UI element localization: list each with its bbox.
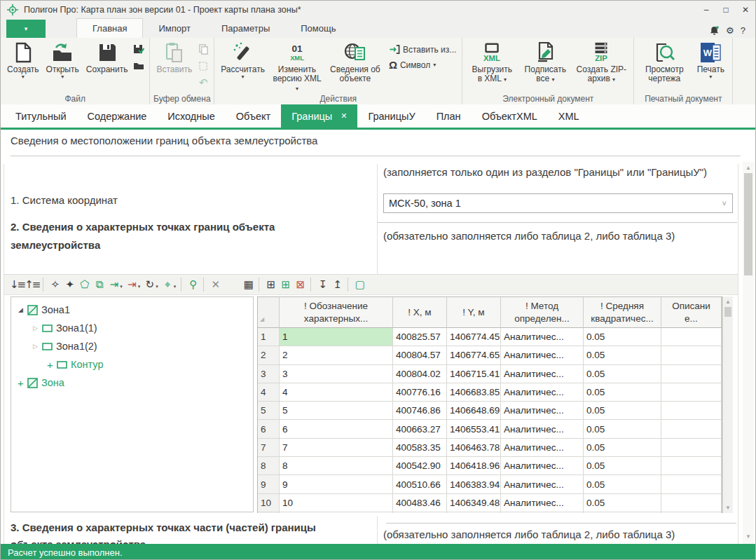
cell[interactable]: 400663.27 [393,420,447,438]
open-button[interactable]: Открыть▾ [43,40,83,81]
tree-add-icon[interactable]: + [45,359,55,371]
row-number-cell[interactable]: 8 [258,457,280,475]
doc-tab-7[interactable]: План [426,104,472,128]
cell[interactable] [661,383,722,402]
cell[interactable]: 7 [280,439,393,457]
coordinate-system-select[interactable]: МСК-50, зона 1 ˅ [383,193,733,213]
undo-button[interactable]: ↶ [197,76,209,89]
add-row-icon[interactable]: ⊞ [263,276,277,293]
cell[interactable]: 1406553.41 [447,420,501,438]
tree-item-1[interactable]: ◢Зона1 [11,301,253,319]
tree-expanded-icon[interactable]: ◢ [15,306,26,313]
cell[interactable]: 1406774.45 [447,328,501,346]
doc-tab-8[interactable]: ОбъектXML [472,104,548,128]
copy-contour-icon[interactable]: ⧉ [91,276,106,293]
cell[interactable]: Аналитичес... [501,402,584,420]
cell[interactable]: 10 [280,494,393,512]
cell[interactable]: Аналитичес... [501,328,584,346]
export-xml-button[interactable]: XML Выгрузить в XML ▾ [465,40,518,86]
cell[interactable]: 1406418.96 [447,457,501,475]
column-header-4[interactable]: ! Методопределен... [501,297,584,328]
preview-icon[interactable]: ⚲ [185,276,200,293]
close-button[interactable]: ✕ [736,2,755,18]
symbol-button[interactable]: Ω Символ ▾ [389,59,456,71]
cell[interactable]: 4 [280,383,393,402]
table-mode-icon[interactable]: ▦ [240,276,255,293]
cell[interactable]: 1406383.94 [447,475,501,493]
cell[interactable] [661,346,722,364]
polygon-icon[interactable]: ⬠ [76,276,91,293]
copy-button[interactable] [197,43,209,55]
tree-add-icon[interactable]: + [15,377,26,389]
cell[interactable]: 1406774.65 [447,346,501,364]
cell[interactable]: 2 [280,346,393,364]
cell[interactable]: 5 [280,402,393,420]
cell[interactable]: 400510.66 [393,475,447,493]
doc-tab-9[interactable]: XML [548,104,590,128]
doc-tab-1[interactable]: Титульный [5,104,77,128]
row-number-cell[interactable]: 2 [258,346,280,364]
paste-special-button[interactable] [197,60,209,72]
minimize-button[interactable]: – [696,2,716,18]
dropdown-arrow-icon[interactable]: ▾ [174,284,177,289]
cell[interactable]: Аналитичес... [501,420,584,438]
doc-tab-4[interactable]: Объект [226,104,281,128]
cell[interactable]: 400746.86 [393,402,447,420]
cell[interactable]: 0.05 [584,494,661,512]
scroll-down-icon[interactable]: ▼ [723,505,733,511]
column-header-6[interactable]: Описание... [661,297,722,328]
cell[interactable] [661,328,722,346]
cell[interactable]: Аналитичес... [501,494,584,512]
cell[interactable]: 400483.46 [393,494,447,512]
calculate-button[interactable]: Рассчитать▾ [217,40,268,81]
cell[interactable] [661,420,722,438]
drawing-preview-button[interactable]: Просмотр чертежа [637,40,692,85]
row-number-cell[interactable]: 3 [258,365,280,383]
page-scrollbar[interactable]: ▲ ▼ [743,162,754,544]
column-header-5[interactable]: ! Средняяквадратичес... [584,297,661,328]
renumber-forward-icon[interactable]: ↓≡ [10,276,25,293]
row-number-cell[interactable]: 7 [258,439,280,457]
save-copy-button[interactable] [132,60,145,72]
delete-row-icon[interactable]: ⊠ [292,276,307,293]
cell[interactable]: 400776.16 [393,383,447,402]
scroll-down-icon[interactable]: ▼ [743,533,754,540]
dropdown-arrow-icon[interactable]: ▾ [138,284,141,289]
cell[interactable] [661,457,722,475]
cell[interactable] [661,439,722,457]
tree-item-5[interactable]: +Зона [11,374,253,392]
print-button[interactable]: W Печать▾ [692,40,729,81]
table-scrollbar[interactable]: ▲ ▼ [722,296,733,513]
cell[interactable]: Аналитичес... [501,346,584,364]
cell[interactable]: 0.05 [584,346,661,364]
import-coordinates-icon[interactable]: ⇥ [106,276,121,293]
doc-tab-3[interactable]: Исходные [157,104,225,128]
settings-gear-icon[interactable]: ⚙ [726,25,734,36]
calc-coordinates-icon[interactable]: ✧ [47,276,62,293]
rotate-contour-icon[interactable]: ↻ [142,276,156,293]
cell[interactable]: 1406683.85 [447,383,501,402]
renumber-reverse-icon[interactable]: ↑≡ [25,276,39,293]
cell[interactable]: 0.05 [584,383,661,402]
tree-item-2[interactable]: ▷Зона1(1) [11,319,253,337]
cell[interactable]: 400825.57 [393,328,447,346]
change-xml-version-button[interactable]: 01 XML Изменить версию XML ▾ [268,40,326,95]
cell[interactable]: 9 [280,475,393,493]
cell[interactable]: Аналитичес... [501,383,584,402]
doc-tab-6[interactable]: ГраницыУ [357,104,425,128]
row-number-cell[interactable]: 9 [258,475,280,493]
cell[interactable]: 400804.02 [393,365,447,383]
maximize-button[interactable]: □ [716,2,736,18]
cell[interactable]: 400583.35 [393,439,447,457]
dropdown-arrow-icon[interactable]: ▾ [120,284,123,289]
save-as-button[interactable] [132,43,145,55]
tree-collapsed-icon[interactable]: ▷ [30,325,41,332]
cell[interactable]: 1406349.48 [447,494,501,512]
close-tab-icon[interactable]: ✕ [341,111,347,121]
sign-all-button[interactable]: Подписать все ▾ [518,40,572,86]
row-number-cell[interactable]: 6 [258,420,280,438]
create-zip-button[interactable]: ZIP Создать ZIP-архив ▾ [572,40,631,86]
cell[interactable]: 400542.90 [393,457,447,475]
ribbon-tab-1[interactable]: Главная [76,18,143,38]
cell[interactable]: 8 [280,457,393,475]
